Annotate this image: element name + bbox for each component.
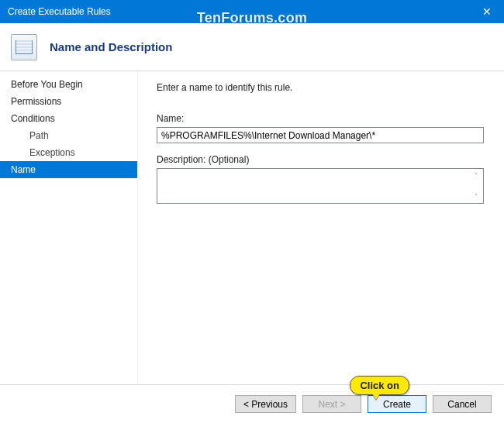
- sidebar-item-conditions[interactable]: Conditions: [0, 110, 137, 127]
- wizard-header: Name and Description: [0, 23, 504, 71]
- name-input[interactable]: [157, 127, 484, 143]
- wizard-steps-sidebar: Before You Begin Permissions Conditions …: [0, 71, 138, 384]
- wizard-content: Enter a name to identify this rule. Name…: [138, 71, 504, 384]
- description-label: Description: (Optional): [157, 154, 484, 165]
- cancel-button[interactable]: Cancel: [433, 395, 492, 413]
- next-button: Next >: [302, 395, 361, 413]
- textarea-scroll-icon: ˄˅: [471, 169, 482, 203]
- sidebar-item-path[interactable]: Path: [0, 127, 137, 144]
- titlebar: Create Executable Rules ✕: [0, 0, 504, 23]
- name-label: Name:: [157, 113, 484, 124]
- instruction-text: Enter a name to identify this rule.: [157, 82, 484, 93]
- page-title: Name and Description: [50, 40, 172, 53]
- sidebar-item-name[interactable]: Name: [0, 161, 137, 178]
- description-textarea[interactable]: [157, 169, 471, 203]
- wizard-header-icon: [11, 34, 37, 60]
- window-title: Create Executable Rules: [8, 6, 111, 17]
- callout-text: Click on: [360, 380, 399, 391]
- sidebar-item-exceptions[interactable]: Exceptions: [0, 144, 137, 161]
- sidebar-item-permissions[interactable]: Permissions: [0, 93, 137, 110]
- previous-button[interactable]: < Previous: [235, 395, 296, 413]
- close-icon[interactable]: ✕: [469, 0, 504, 23]
- wizard-footer: Click on < Previous Next > Create Cancel: [0, 384, 504, 423]
- annotation-callout: Click on: [350, 376, 409, 395]
- sidebar-item-before-you-begin[interactable]: Before You Begin: [0, 76, 137, 93]
